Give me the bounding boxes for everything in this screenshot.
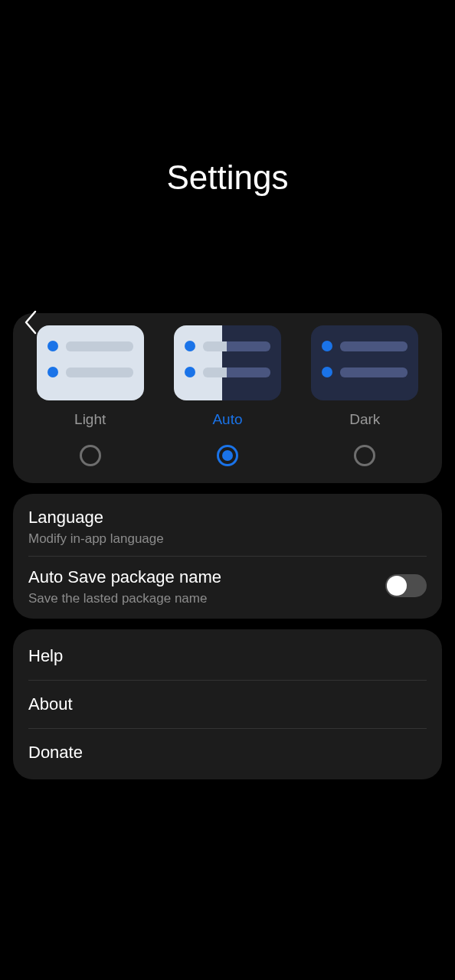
language-subtitle: Modify in-app language xyxy=(28,531,164,547)
theme-option-light[interactable]: Light xyxy=(25,325,155,471)
toggle-knob xyxy=(387,576,407,596)
theme-preview-dark xyxy=(311,325,418,400)
language-title: Language xyxy=(28,506,164,530)
theme-label-auto: Auto xyxy=(212,411,242,428)
theme-radio-light[interactable] xyxy=(80,445,101,466)
theme-preview-light xyxy=(37,325,144,400)
theme-preview-auto xyxy=(174,325,281,400)
theme-radio-auto[interactable] xyxy=(217,445,238,466)
theme-selector-card: Light Auto xyxy=(13,313,442,483)
autosave-setting[interactable]: Auto Save package name Save the lasted p… xyxy=(28,557,427,616)
about-link[interactable]: About xyxy=(28,681,427,729)
theme-label-dark: Dark xyxy=(349,411,380,428)
theme-option-dark[interactable]: Dark xyxy=(300,325,430,471)
page-title: Settings xyxy=(0,0,455,296)
links-card: Help About Donate xyxy=(13,629,442,779)
theme-option-auto[interactable]: Auto xyxy=(162,325,292,471)
autosave-toggle[interactable] xyxy=(385,574,427,597)
theme-label-light: Light xyxy=(74,411,106,428)
autosave-subtitle: Save the lasted package name xyxy=(28,591,221,606)
donate-link[interactable]: Donate xyxy=(28,729,427,776)
language-setting[interactable]: Language Modify in-app language xyxy=(28,497,427,557)
theme-radio-dark[interactable] xyxy=(354,445,375,466)
help-link[interactable]: Help xyxy=(28,632,427,681)
autosave-title: Auto Save package name xyxy=(28,566,221,590)
settings-card: Language Modify in-app language Auto Sav… xyxy=(13,494,442,619)
